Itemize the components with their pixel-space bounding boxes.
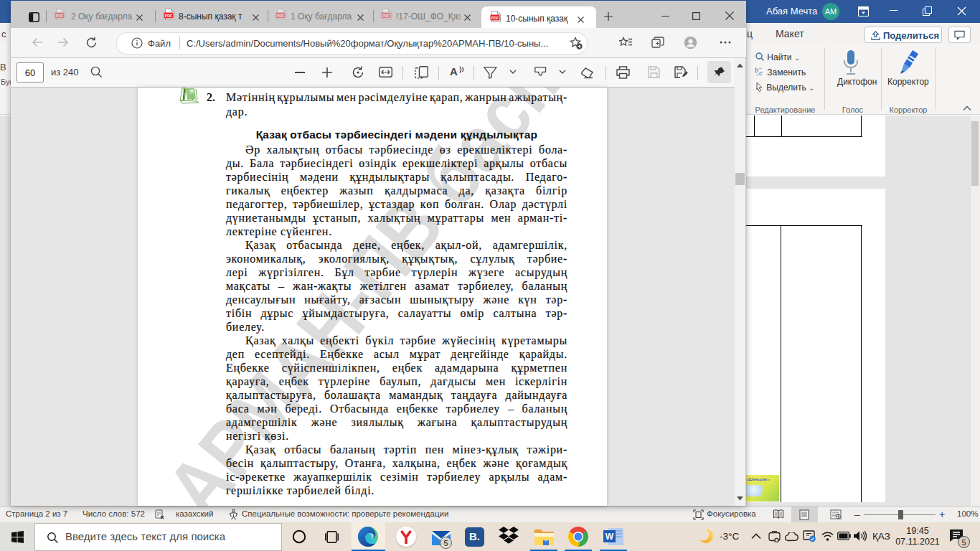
svg-text:W: W	[606, 532, 614, 542]
svg-text:PDF: PDF	[277, 14, 284, 18]
svg-text:PDF: PDF	[56, 14, 63, 18]
svg-text:PDF: PDF	[165, 14, 172, 18]
svg-text:PDF: PDF	[491, 16, 499, 20]
svg-text:b: b	[755, 67, 758, 74]
svg-text:c: c	[759, 70, 763, 77]
svg-text:PDF: PDF	[382, 14, 390, 18]
